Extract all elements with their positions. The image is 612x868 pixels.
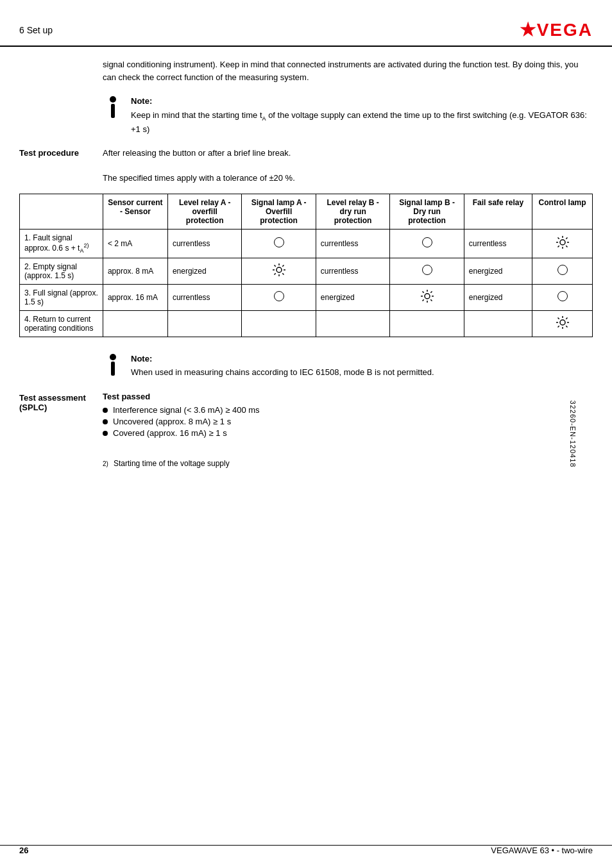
td-row3-relayB: energized (316, 284, 389, 310)
svg-line-17 (274, 274, 275, 275)
td-row1-lampB (390, 229, 464, 258)
vega-logo: ★VEGA (520, 19, 593, 40)
table-row: 3. Full signal (approx. 1.5 s) approx. 1… (20, 284, 593, 310)
note-label-1: Note: (131, 95, 593, 108)
test-procedure-line2: The specified times apply with a toleran… (103, 172, 593, 185)
td-row4-sensor (103, 310, 167, 337)
footer-product: VEGAWAVE 63 • - two-wire (491, 846, 593, 855)
svg-line-35 (557, 326, 559, 328)
td-row3-sensor: approx. 16 mA (103, 284, 167, 310)
td-row4-control (532, 310, 593, 337)
td-row4-relayB (316, 310, 389, 337)
intro-paragraph: signal conditioning instrument). Keep in… (103, 58, 593, 83)
td-row1-sensor: < 2 mA (103, 229, 167, 258)
test-procedure-body: After releasing the button or after a br… (103, 147, 593, 185)
svg-line-14 (274, 265, 275, 267)
note-icon-2 (103, 353, 123, 378)
th-failsafe: Fail safe relay (464, 194, 532, 229)
circle-icon (274, 291, 284, 301)
circle-icon (557, 265, 568, 275)
note-icon-1 (103, 95, 123, 121)
sun-icon (272, 263, 286, 277)
note-dot-2 (110, 354, 116, 360)
td-row1-control (532, 229, 593, 258)
td-row2-sensor: approx. 8 mA (103, 258, 167, 284)
td-row1-failsafe: currentless (464, 229, 532, 258)
svg-line-16 (282, 265, 284, 267)
test-procedure-label: Test procedure (19, 147, 103, 185)
svg-point-18 (425, 294, 430, 299)
circle-icon (422, 237, 432, 247)
side-document-number: 32260-EN-120418 (570, 401, 577, 468)
td-row1-label: 1. Fault signal approx. 0.6 s + tA2) (20, 229, 103, 258)
assessment-list: Interference signal (< 3.6 mA) ≥ 400 ms … (103, 405, 593, 438)
table-row: 1. Fault signal approx. 0.6 s + tA2) < 2… (20, 229, 593, 258)
page-number: 26 (19, 846, 28, 855)
note-text-2: Note: When used in measuring chains acco… (131, 353, 434, 379)
td-row3-label: 3. Full signal (approx. 1.5 s) (20, 284, 103, 310)
bullet-icon (103, 431, 108, 436)
bullet-icon (103, 408, 108, 413)
td-row3-relayA: currentless (167, 284, 241, 310)
circle-icon (422, 265, 432, 275)
svg-line-26 (422, 300, 423, 301)
td-row1-relayA: currentless (167, 229, 241, 258)
svg-line-33 (566, 326, 567, 328)
svg-line-15 (282, 274, 284, 275)
td-row1-lampA (242, 229, 316, 258)
page: 6 Set up ★VEGA signal conditioning instr… (0, 0, 612, 868)
sun-icon (556, 315, 570, 330)
th-relay-a: Level relay A - overfill protection (167, 194, 241, 229)
svg-line-5 (557, 238, 559, 239)
svg-point-0 (560, 240, 565, 245)
assessment-body: Test passed Interference signal (< 3.6 m… (103, 392, 593, 440)
note-stick (111, 104, 115, 118)
td-row3-lampB (390, 284, 464, 310)
assessment-row: Test assessment (SPLC) Test passed Inter… (19, 392, 593, 440)
td-row4-lampA (242, 310, 316, 337)
list-item-text: Covered (approx. 16 mA) ≥ 1 s (113, 428, 227, 438)
svg-line-6 (566, 246, 567, 247)
test-procedure-row: Test procedure After releasing the butto… (19, 147, 593, 185)
test-table-wrapper: Sensor current - Sensor Level relay A - … (19, 194, 593, 337)
td-row3-lampA (242, 284, 316, 310)
list-item: Covered (approx. 16 mA) ≥ 1 s (103, 428, 593, 438)
svg-line-8 (557, 246, 559, 247)
svg-line-23 (422, 292, 423, 293)
td-row2-label: 2. Empty signal (approx. 1.5 s) (20, 258, 103, 284)
td-row4-failsafe (464, 310, 532, 337)
bullet-icon (103, 419, 108, 424)
table-header-row: Sensor current - Sensor Level relay A - … (20, 194, 593, 229)
th-lamp-a: Signal lamp A - Overfill protection (242, 194, 316, 229)
circle-icon (274, 237, 284, 247)
th-relay-b: Level relay B - dry run protection (316, 194, 389, 229)
td-row3-failsafe: energized (464, 284, 532, 310)
list-item-text: Interference signal (< 3.6 mA) ≥ 400 ms (113, 405, 260, 415)
td-row4-lampB (390, 310, 464, 337)
test-procedure-line1: After releasing the button or after a br… (103, 147, 593, 160)
page-footer: 26 VEGAWAVE 63 • - two-wire (0, 845, 612, 855)
table-row: 4. Return to current operating condition… (20, 310, 593, 337)
footnote-line: 2) Starting time of the voltage supply (103, 459, 593, 468)
th-control: Control lamp (532, 194, 593, 229)
page-section-title: 6 Set up (19, 25, 53, 35)
td-row2-relayA: energized (167, 258, 241, 284)
note-stick-2 (111, 362, 115, 376)
th-sensor: Sensor current - Sensor (103, 194, 167, 229)
note-text-1: Note: Keep in mind that the starting tim… (131, 95, 593, 135)
note-body-1: Keep in mind that the starting time tA o… (131, 110, 587, 134)
test-table: Sensor current - Sensor Level relay A - … (19, 194, 593, 337)
sun-icon (556, 235, 570, 249)
td-row2-lampB (390, 258, 464, 284)
svg-point-9 (276, 267, 282, 272)
main-content: signal conditioning instrument). Keep in… (0, 58, 612, 468)
td-row2-lampA (242, 258, 316, 284)
note-dot (110, 96, 116, 103)
td-row4-relayA (167, 310, 241, 337)
list-item: Uncovered (approx. 8 mA) ≥ 1 s (103, 417, 593, 426)
th-lamp-b: Signal lamp B - Dry run protection (390, 194, 464, 229)
sun-icon (420, 289, 434, 303)
header-bar: 6 Set up ★VEGA (0, 19, 612, 47)
note-block-1: Note: Keep in mind that the starting tim… (103, 95, 593, 135)
circle-icon (557, 291, 568, 301)
